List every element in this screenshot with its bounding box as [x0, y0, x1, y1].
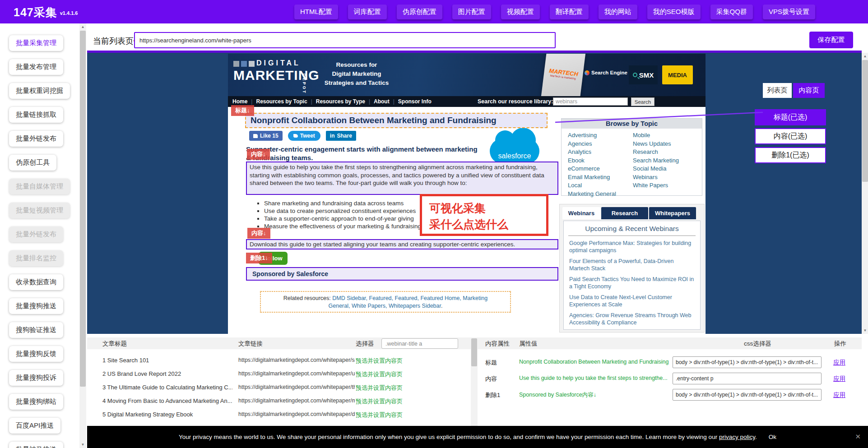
topic-link[interactable]: News Updates: [633, 140, 679, 148]
site-nav-link[interactable]: Resources by Topic: [256, 98, 316, 105]
topic-link[interactable]: Research: [633, 148, 679, 157]
sidebar-item[interactable]: 批量搜狗绑站: [9, 394, 63, 410]
sidebar-item[interactable]: 批量自媒体管理: [9, 179, 70, 194]
apply-link[interactable]: 应用: [833, 359, 845, 367]
site-search-input[interactable]: [553, 97, 628, 106]
top-nav-item[interactable]: 图片配置: [452, 5, 491, 19]
privacy-policy-link[interactable]: privacy policy: [719, 434, 755, 440]
preview-set-content-link[interactable]: 预选并设置内容页: [356, 411, 403, 419]
site-search-button[interactable]: Search: [631, 97, 654, 106]
webinar-link[interactable]: Use Data to Create Next-Level Customer E…: [569, 294, 695, 308]
sidebar-item[interactable]: 批量链接抓取: [9, 107, 63, 123]
resource-tab[interactable]: Webinars: [562, 207, 600, 219]
browser-scrollbar[interactable]: ▲ ▼: [862, 53, 868, 334]
sidebar-item[interactable]: 搜狗验证推送: [9, 322, 63, 338]
topic-link[interactable]: Webinars: [633, 173, 679, 182]
scroll-up-icon[interactable]: ▲: [862, 54, 868, 58]
article-title-selected[interactable]: Nonprofit Collaboration Between Marketin…: [245, 113, 548, 128]
topic-link[interactable]: Local: [568, 181, 616, 190]
related-resource-link[interactable]: Featured: [369, 295, 395, 301]
topic-link[interactable]: Search Marketing: [633, 157, 679, 165]
sidebar-item[interactable]: 批量搜狗推送: [9, 298, 63, 314]
resource-tab[interactable]: Research: [601, 207, 648, 219]
selected-field-button[interactable]: 删除1(已选): [755, 147, 826, 163]
preview-set-content-link[interactable]: 预选并设置内容页: [356, 370, 403, 379]
top-nav-item[interactable]: 伪原创配置: [397, 5, 442, 19]
save-config-button[interactable]: 保存配置: [809, 32, 853, 48]
sidebar-scrollbar[interactable]: ▲ ▼: [79, 23, 86, 448]
preview-set-content-link[interactable]: 预选并设置内容页: [356, 397, 403, 406]
webinar-link[interactable]: Paid Search Tactics You Need to Maximize…: [569, 276, 695, 290]
scrollbar-thumb[interactable]: [80, 31, 86, 387]
sidebar-item[interactable]: 批量搜狗反馈: [9, 346, 63, 362]
selected-field-button[interactable]: 标题(已选): [755, 109, 826, 125]
preview-set-content-link[interactable]: 预选并设置内容页: [356, 384, 403, 392]
list-page-button[interactable]: 列表页: [763, 83, 792, 98]
sidebar-item[interactable]: 批量发布管理: [9, 59, 63, 75]
sidebar-item[interactable]: 批量搜狗投诉: [9, 370, 63, 386]
sidebar-item[interactable]: 批量短视频管理: [9, 203, 70, 218]
topic-link[interactable]: White Papers: [633, 181, 679, 190]
resource-tab[interactable]: Whitepapers: [649, 207, 696, 219]
topic-link[interactable]: Email Marketing: [568, 173, 616, 182]
related-resource-link[interactable]: White Papers: [352, 303, 389, 309]
topic-link[interactable]: Marketing General: [568, 190, 616, 199]
topic-link[interactable]: eCommerce: [568, 165, 616, 173]
linkedin-share-button[interactable]: inShare: [326, 131, 356, 141]
site-nav-link[interactable]: Home: [232, 98, 256, 105]
close-icon[interactable]: ✕: [855, 433, 861, 441]
sidebar-item[interactable]: 批量排名监控: [9, 250, 63, 266]
top-nav-item[interactable]: 翻译配置: [550, 5, 589, 19]
topic-link[interactable]: Mobile: [633, 131, 679, 140]
related-resource-link[interactable]: DMD Sidebar: [332, 295, 369, 301]
topic-link[interactable]: Advertising: [568, 131, 616, 140]
scrollbar-thumb[interactable]: [471, 338, 477, 366]
site-nav-link[interactable]: Resources by Type: [316, 98, 374, 105]
topic-link[interactable]: Analytics: [568, 148, 616, 157]
privacy-ok-button[interactable]: Ok: [769, 434, 776, 440]
webinar-link[interactable]: Agencies: Grow Revenue Streams Through W…: [569, 312, 695, 326]
top-nav-item[interactable]: 采集QQ群: [710, 5, 753, 19]
top-nav-item[interactable]: 视频配置: [501, 5, 540, 19]
facebook-like-button[interactable]: Like 15: [249, 131, 283, 141]
site-nav-link[interactable]: About: [374, 98, 398, 105]
selected-field-button[interactable]: 内容(已选): [755, 128, 826, 144]
top-nav-item[interactable]: VPS拨号设置: [763, 5, 815, 19]
webinar-link[interactable]: Four Elements of a Powerful, Data-Driven…: [569, 258, 695, 272]
sidebar-item[interactable]: 批量外链发布: [9, 131, 63, 147]
webinar-link[interactable]: Google Performance Max: Strategies for b…: [569, 240, 695, 254]
sidebar-item[interactable]: 伪原创工具: [9, 155, 56, 171]
topic-link[interactable]: Social Media: [633, 165, 679, 173]
list-selector-input[interactable]: [381, 338, 458, 349]
content-page-button[interactable]: 内容页: [793, 83, 825, 98]
css-selector-input[interactable]: [673, 356, 822, 368]
sidebar-item[interactable]: 百度API推送: [9, 418, 60, 434]
scroll-up-icon[interactable]: ▲: [79, 25, 86, 29]
site-nav-link[interactable]: Sponsor Info: [398, 98, 432, 105]
sidebar-item[interactable]: 批量采集管理: [9, 35, 63, 51]
sidebar-item[interactable]: 收录数据查询: [9, 274, 63, 290]
apply-link[interactable]: 应用: [833, 391, 845, 399]
related-resource-link[interactable]: Featured: [395, 295, 421, 301]
apply-link[interactable]: 应用: [833, 375, 845, 383]
topic-link[interactable]: Ebook: [568, 157, 616, 165]
tweet-button[interactable]: Tweet: [288, 131, 320, 141]
scroll-down-icon[interactable]: ▼: [862, 328, 868, 333]
top-nav-item[interactable]: 我的SEO模版: [647, 5, 701, 19]
related-resource-link[interactable]: Whitepapers Sidebar: [389, 303, 441, 309]
css-selector-input[interactable]: [673, 373, 822, 384]
scroll-down-icon[interactable]: ▼: [79, 443, 86, 447]
related-resource-link[interactable]: Featured Home: [420, 295, 463, 301]
sponsored-selected[interactable]: Sponsored by Salesforce: [246, 267, 558, 281]
scrollbar-thumb[interactable]: [862, 60, 868, 182]
preview-set-content-link[interactable]: 预选并设置内容页: [356, 357, 403, 365]
sidebar-item[interactable]: 批量权重词挖掘: [9, 83, 70, 99]
list-url-input[interactable]: [134, 32, 556, 48]
sidebar-item[interactable]: 批量外链发布: [9, 226, 63, 242]
top-nav-item[interactable]: HTML配置: [294, 5, 338, 19]
article-download-selected[interactable]: Download this guide to get started align…: [246, 239, 558, 249]
article-list-scrollbar[interactable]: [471, 337, 478, 426]
sidebar-item[interactable]: 批量神马推送: [9, 442, 63, 448]
top-nav-item[interactable]: 我的网站: [599, 5, 637, 19]
article-intro-selected[interactable]: Use this guide to help you take the firs…: [246, 162, 558, 195]
